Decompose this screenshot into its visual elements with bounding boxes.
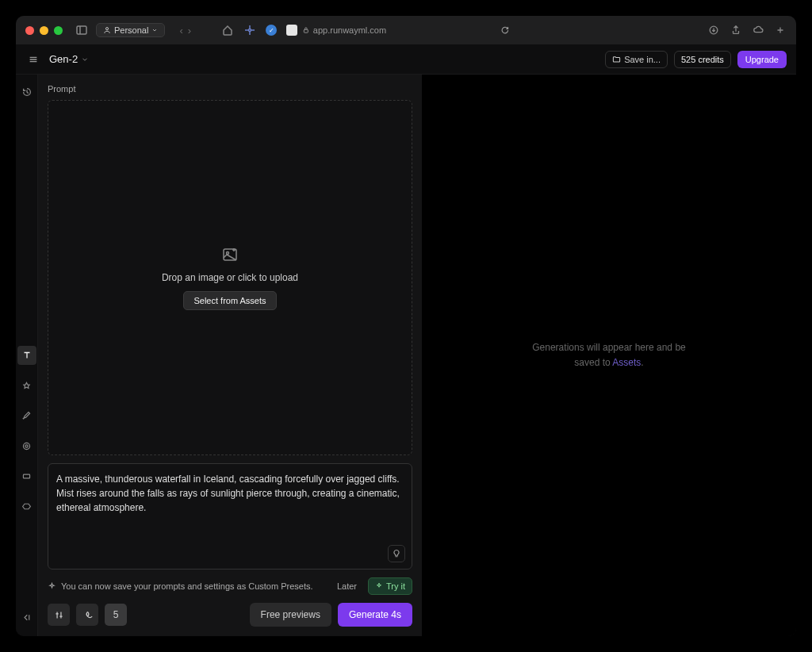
workspace-label: Personal (114, 25, 148, 35)
svg-point-10 (227, 252, 229, 255)
titlebar-right (707, 24, 787, 36)
prompt-label: Prompt (48, 84, 412, 94)
svg-rect-4 (304, 29, 308, 33)
maximize-icon[interactable] (54, 26, 63, 35)
sparkle-icon (48, 582, 56, 591)
save-label: Save in... (624, 55, 661, 64)
assets-link[interactable]: Assets (612, 357, 641, 368)
chevron-down-icon (81, 56, 89, 63)
collapse-icon[interactable] (17, 608, 36, 627)
settings-tool-icon[interactable] (17, 497, 36, 516)
share-icon[interactable] (730, 24, 742, 36)
sidebar-toggle-icon[interactable] (75, 24, 88, 36)
main: Prompt Drop an image or click to upload … (16, 75, 796, 636)
cloud-icon[interactable] (752, 24, 764, 36)
aspect-tool-icon[interactable] (17, 466, 36, 485)
dropzone-text: Drop an image or click to upload (162, 272, 298, 283)
prompt-textarea-wrap (48, 463, 412, 570)
svg-point-7 (25, 444, 28, 447)
svg-rect-0 (77, 26, 86, 34)
app-header-right: Save in... 525 credits Upgrade (605, 51, 787, 68)
svg-point-6 (23, 443, 29, 449)
extension-icon[interactable] (243, 24, 256, 36)
image-upload-icon (220, 245, 239, 264)
titlebar-center-icons: ✓ (221, 24, 297, 36)
tryit-button[interactable]: Try it (368, 577, 412, 595)
upgrade-button[interactable]: Upgrade (737, 51, 787, 68)
tip-bar: You can now save your prompts and settin… (48, 577, 412, 595)
app-header: Gen-2 Save in... 525 credits Upgrade (16, 44, 796, 75)
lock-icon (302, 26, 310, 34)
output-panel: Generations will appear here and be save… (422, 75, 796, 636)
empty-line2-prefix: saved to (574, 357, 612, 368)
prompt-panel: Prompt Drop an image or click to upload … (38, 75, 422, 636)
person-icon (103, 26, 111, 34)
close-icon[interactable] (25, 26, 34, 35)
browser-window: Personal ‹ › ✓ app.runwayml.com (16, 16, 796, 636)
download-icon[interactable] (707, 24, 720, 36)
bottom-bar: 5 Free previews Generate 4s (48, 603, 412, 627)
folder-icon (612, 55, 621, 63)
save-button[interactable]: Save in... (605, 51, 668, 68)
minimize-icon[interactable] (40, 26, 48, 35)
suggest-icon[interactable] (388, 545, 405, 562)
forward-icon[interactable]: › (188, 25, 191, 36)
back-icon[interactable]: ‹ (179, 25, 182, 36)
traffic-lights (25, 26, 63, 35)
free-previews-button[interactable]: Free previews (250, 603, 331, 627)
seed-icon[interactable] (76, 604, 98, 626)
titlebar-left: Personal ‹ › (75, 23, 191, 37)
tip-text: You can now save your prompts and settin… (61, 581, 313, 591)
empty-line1: Generations will appear here and be (532, 342, 685, 353)
nav-arrows: ‹ › (179, 25, 191, 36)
reload-icon[interactable] (500, 25, 510, 35)
generate-button[interactable]: Generate 4s (338, 603, 412, 627)
svg-rect-8 (23, 474, 29, 478)
project-title-text: Gen-2 (49, 53, 78, 65)
sliders-icon[interactable] (48, 604, 70, 626)
select-assets-button[interactable]: Select from Assets (183, 291, 276, 310)
menu-icon[interactable] (25, 52, 41, 67)
sidebar (16, 75, 38, 636)
output-count[interactable]: 5 (105, 604, 127, 626)
tryit-label: Try it (386, 581, 405, 591)
url-text: app.runwayml.com (313, 25, 386, 35)
chevron-down-icon (151, 27, 158, 33)
workspace-button[interactable]: Personal (96, 23, 165, 37)
image-tool-icon[interactable] (17, 376, 36, 395)
svg-point-2 (105, 28, 108, 30)
verified-icon[interactable]: ✓ (266, 25, 277, 36)
prompt-input[interactable] (56, 472, 404, 561)
titlebar: Personal ‹ › ✓ app.runwayml.com (16, 16, 796, 44)
text-tool-icon[interactable] (17, 346, 36, 365)
new-tab-icon[interactable] (774, 24, 787, 36)
sparkle-icon (375, 582, 383, 590)
url-bar[interactable]: app.runwayml.com (302, 25, 510, 35)
camera-tool-icon[interactable] (17, 436, 36, 455)
later-button[interactable]: Later (331, 578, 363, 594)
empty-state: Generations will appear here and be save… (532, 340, 685, 370)
history-icon[interactable] (17, 82, 36, 102)
brush-tool-icon[interactable] (17, 406, 36, 425)
app-icon[interactable] (286, 25, 297, 36)
svg-point-3 (249, 29, 251, 32)
home-icon[interactable] (221, 24, 234, 36)
image-dropzone[interactable]: Drop an image or click to upload Select … (48, 100, 412, 455)
credits-badge[interactable]: 525 credits (674, 51, 731, 68)
project-title[interactable]: Gen-2 (49, 53, 89, 65)
